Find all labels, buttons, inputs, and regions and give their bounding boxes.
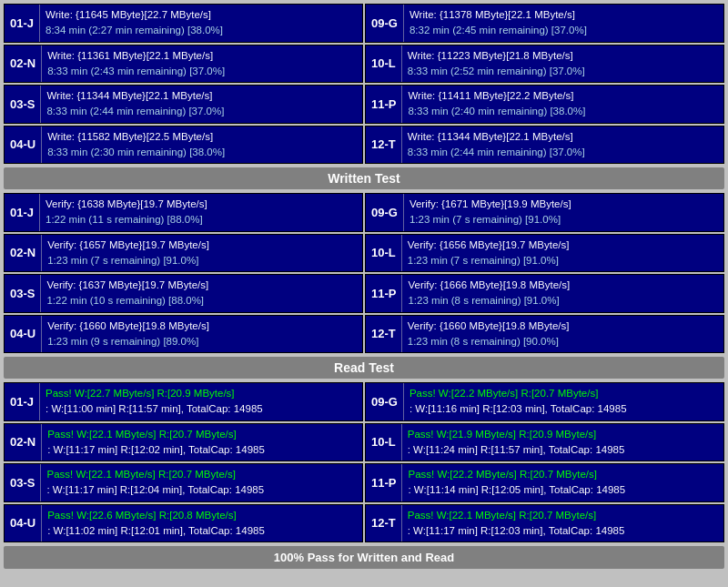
drive-line1: Write: {11411 MByte}[22.2 MByte/s] [408, 88, 718, 104]
drive-cell: 03-SWrite: {11344 MByte}[22.1 MByte/s]8:… [4, 85, 363, 124]
drive-line1: Verify: {1666 MByte}[19.8 MByte/s] [408, 278, 718, 293]
drive-info: Pass! W:[22.1 MByte/s] R:[20.7 MByte/s]:… [41, 464, 362, 501]
drive-cell: 02-NPass! W:[22.1 MByte/s] R:[20.7 MByte… [4, 423, 363, 462]
drive-label: 09-G [366, 5, 404, 42]
drive-cell: 01-JWrite: {11645 MByte}[22.7 MByte/s]8:… [4, 4, 363, 43]
drive-line1: Verify: {1660 MByte}[19.8 MByte/s] [47, 319, 357, 334]
drive-cell: 03-SPass! W:[22.1 MByte/s] R:[20.7 MByte… [4, 463, 363, 502]
drive-line2: : W:[11:02 min] R:[12:01 min], TotalCap:… [47, 523, 357, 539]
drive-info: Verify: {1660 MByte}[19.8 MByte/s]1:23 m… [42, 316, 362, 353]
drive-line2: 1:23 min (7 s remaining) [91.0%] [47, 253, 357, 268]
drive-line1: Pass! W:[21.9 MByte/s] R:[20.9 MByte/s] [408, 427, 718, 442]
drive-info: Verify: {1671 MByte}[19.9 MByte/s]1:23 m… [404, 194, 723, 231]
drive-line1: Write: {11361 MByte}[22.1 MByte/s] [47, 48, 357, 64]
drive-line1: Verify: {1656 MByte}[19.7 MByte/s] [408, 238, 718, 253]
drive-info: Write: {11378 MByte}[22.1 MByte/s]8:32 m… [404, 5, 723, 42]
drive-line2: 1:23 min (7 s remaining) [91.0%] [410, 212, 718, 228]
drive-cell: 01-JPass! W:[22.7 MByte/s] R:[20.9 MByte… [4, 382, 363, 421]
pass-grid: 01-JPass! W:[22.7 MByte/s] R:[20.9 MByte… [4, 382, 724, 542]
verify-grid: 01-JVerify: {1638 MByte}[19.7 MByte/s]1:… [4, 193, 724, 353]
drive-info: Write: {11344 MByte}[22.1 MByte/s]8:33 m… [41, 86, 362, 123]
drive-line1: Pass! W:[22.1 MByte/s] R:[20.7 MByte/s] [46, 467, 357, 482]
drive-line2: 8:33 min (2:44 min remaining) [37.0%] [46, 104, 357, 119]
drive-info: Write: {11582 MByte}[22.5 MByte/s]8:33 m… [42, 127, 362, 164]
drive-line2: 1:22 min (10 s remaining) [88.0%] [46, 293, 357, 309]
drive-line2: : W:[11:00 min] R:[11:57 min], TotalCap:… [46, 401, 357, 417]
drive-info: Pass! W:[22.2 MByte/s] R:[20.7 MByte/s]:… [402, 464, 723, 501]
drive-label: 11-P [366, 86, 402, 123]
drive-cell: 11-PWrite: {11411 MByte}[22.2 MByte/s]8:… [365, 85, 724, 124]
drive-line2: 8:33 min (2:43 min remaining) [37.0%] [47, 64, 357, 79]
drive-info: Pass! W:[22.7 MByte/s] R:[20.9 MByte/s]:… [40, 383, 362, 420]
drive-label: 02-N [5, 424, 42, 461]
drive-label: 04-U [5, 505, 42, 542]
drive-label: 01-J [5, 194, 40, 231]
read-test-header: Read Test [4, 357, 724, 379]
drive-cell: 02-NVerify: {1657 MByte}[19.7 MByte/s]1:… [4, 234, 363, 273]
drive-line2: : W:[11:16 min] R:[12:03 min], TotalCap:… [410, 401, 718, 417]
drive-line1: Write: {11645 MByte}[22.7 MByte/s] [46, 7, 357, 23]
drive-line1: Write: {11223 MByte}[21.8 MByte/s] [408, 48, 718, 64]
drive-line2: 8:33 min (2:30 min remaining) [38.0%] [47, 145, 357, 160]
drive-label: 09-G [366, 383, 404, 420]
drive-info: Write: {11645 MByte}[22.7 MByte/s]8:34 m… [40, 5, 362, 42]
drive-line1: Pass! W:[22.6 MByte/s] R:[20.8 MByte/s] [47, 508, 357, 523]
drive-line1: Write: {11378 MByte}[22.1 MByte/s] [410, 7, 718, 23]
drive-info: Write: {11361 MByte}[22.1 MByte/s]8:33 m… [42, 46, 362, 83]
drive-line2: 1:23 min (9 s remaining) [89.0%] [47, 334, 357, 349]
drive-label: 02-N [5, 235, 42, 272]
drive-info: Verify: {1656 MByte}[19.7 MByte/s]1:23 m… [402, 235, 723, 272]
drive-line2: 8:33 min (2:44 min remaining) [37.0%] [408, 145, 718, 160]
drive-line1: Pass! W:[22.1 MByte/s] R:[20.7 MByte/s] [47, 427, 357, 442]
drive-cell: 01-JVerify: {1638 MByte}[19.7 MByte/s]1:… [4, 193, 363, 232]
drive-label: 12-T [366, 316, 402, 353]
drive-line1: Verify: {1671 MByte}[19.9 MByte/s] [410, 197, 718, 212]
pass-section: 01-JPass! W:[22.7 MByte/s] R:[20.9 MByte… [4, 382, 724, 542]
footer-bar: 100% Pass for Written and Read [4, 546, 724, 569]
drive-line2: : W:[11:24 min] R:[11:57 min], TotalCap:… [408, 442, 718, 458]
drive-line2: 1:22 min (11 s remaining) [88.0%] [46, 212, 357, 228]
drive-label: 04-U [5, 127, 42, 164]
drive-info: Verify: {1637 MByte}[19.7 MByte/s]1:22 m… [41, 275, 362, 312]
drive-line2: : W:[11:17 min] R:[12:03 min], TotalCap:… [408, 523, 718, 539]
drive-line1: Verify: {1637 MByte}[19.7 MByte/s] [46, 278, 357, 293]
drive-line2: 1:23 min (7 s remaining) [91.0%] [408, 253, 718, 268]
drive-label: 03-S [5, 275, 41, 312]
drive-info: Write: {11344 MByte}[22.1 MByte/s]8:33 m… [402, 127, 723, 164]
drive-info: Write: {11411 MByte}[22.2 MByte/s]8:33 m… [402, 86, 723, 123]
drive-line2: 1:23 min (8 s remaining) [91.0%] [408, 293, 718, 309]
drive-info: Verify: {1666 MByte}[19.8 MByte/s]1:23 m… [402, 275, 723, 312]
drive-line1: Verify: {1657 MByte}[19.7 MByte/s] [47, 238, 357, 253]
drive-label: 02-N [5, 46, 42, 83]
drive-line1: Pass! W:[22.1 MByte/s] R:[20.7 MByte/s] [408, 508, 718, 523]
drive-cell: 09-GWrite: {11378 MByte}[22.1 MByte/s]8:… [365, 4, 724, 43]
drive-line2: : W:[11:14 min] R:[12:05 min], TotalCap:… [408, 482, 718, 498]
drive-label: 12-T [366, 505, 402, 542]
drive-cell: 12-TPass! W:[22.1 MByte/s] R:[20.7 MByte… [365, 504, 724, 543]
drive-cell: 04-UWrite: {11582 MByte}[22.5 MByte/s]8:… [4, 126, 363, 165]
drive-info: Pass! W:[21.9 MByte/s] R:[20.9 MByte/s]:… [402, 424, 723, 461]
drive-line1: Pass! W:[22.7 MByte/s] R:[20.9 MByte/s] [46, 386, 357, 401]
drive-info: Pass! W:[22.2 MByte/s] R:[20.7 MByte/s]:… [404, 383, 723, 420]
drive-label: 10-L [366, 424, 402, 461]
drive-label: 10-L [366, 235, 402, 272]
drive-label: 01-J [5, 5, 40, 42]
drive-cell: 11-PVerify: {1666 MByte}[19.8 MByte/s]1:… [365, 274, 724, 313]
drive-cell: 02-NWrite: {11361 MByte}[22.1 MByte/s]8:… [4, 45, 363, 84]
drive-line1: Pass! W:[22.2 MByte/s] R:[20.7 MByte/s] [410, 386, 718, 401]
drive-cell: 09-GPass! W:[22.2 MByte/s] R:[20.7 MByte… [365, 382, 724, 421]
write-grid: 01-JWrite: {11645 MByte}[22.7 MByte/s]8:… [4, 4, 724, 164]
drive-line1: Pass! W:[22.2 MByte/s] R:[20.7 MByte/s] [408, 467, 718, 482]
drive-info: Verify: {1660 MByte}[19.8 MByte/s]1:23 m… [402, 316, 723, 353]
drive-info: Pass! W:[22.1 MByte/s] R:[20.7 MByte/s]:… [42, 424, 362, 461]
drive-line2: 8:33 min (2:40 min remaining) [38.0%] [408, 104, 718, 119]
drive-info: Pass! W:[22.6 MByte/s] R:[20.8 MByte/s]:… [42, 505, 362, 542]
drive-line1: Verify: {1660 MByte}[19.8 MByte/s] [408, 319, 718, 334]
drive-info: Verify: {1638 MByte}[19.7 MByte/s]1:22 m… [40, 194, 362, 231]
drive-line1: Write: {11344 MByte}[22.1 MByte/s] [408, 129, 718, 145]
written-test-header: Written Test [4, 167, 724, 189]
drive-line2: 8:33 min (2:52 min remaining) [37.0%] [408, 64, 718, 79]
drive-line1: Write: {11344 MByte}[22.1 MByte/s] [46, 88, 357, 104]
drive-line2: : W:[11:17 min] R:[12:02 min], TotalCap:… [47, 442, 357, 458]
verify-section: 01-JVerify: {1638 MByte}[19.7 MByte/s]1:… [4, 193, 724, 353]
